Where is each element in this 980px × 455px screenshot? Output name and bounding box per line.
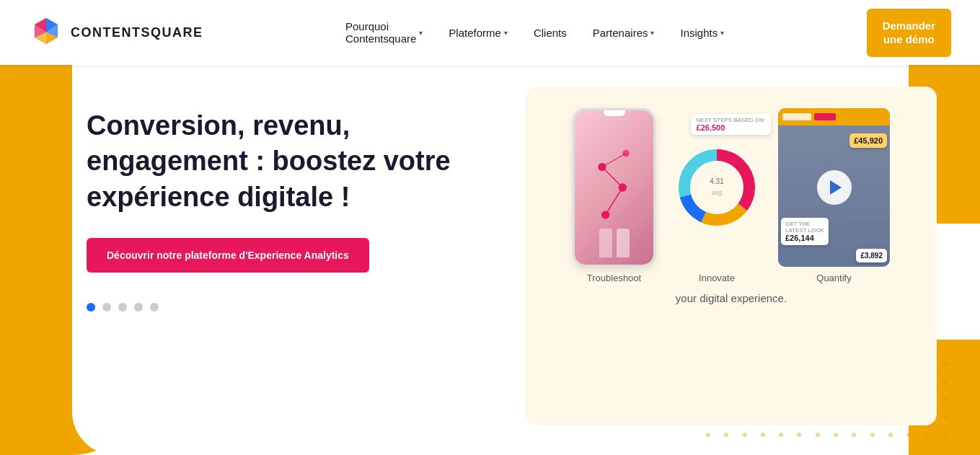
indicator-1[interactable] bbox=[87, 303, 95, 312]
video-mock: GET THE LATEST LOOK £26,144 £45,920 £3,8… bbox=[778, 108, 890, 267]
svg-line-12 bbox=[606, 187, 623, 215]
demo-subtitle: your digital experience. bbox=[676, 292, 787, 304]
indicator-3[interactable] bbox=[118, 303, 127, 312]
svg-text:4.31: 4.31 bbox=[710, 177, 724, 185]
rev-val2: £45,920 bbox=[854, 136, 883, 145]
innovate-label: Innovate bbox=[699, 273, 735, 283]
demo-card: Troubleshoot 4 bbox=[526, 87, 937, 425]
revenue-overlay-2: £45,920 bbox=[849, 133, 887, 148]
nav-partenaires[interactable]: Partenaires ▾ bbox=[583, 21, 665, 45]
nav-clients-label: Clients bbox=[534, 27, 567, 39]
demo-button[interactable]: Demander une démo bbox=[867, 9, 951, 57]
tooltip-value: £26,500 bbox=[697, 123, 765, 132]
donut-svg: 4.31 avg bbox=[677, 148, 756, 227]
figure-silhouettes bbox=[599, 229, 630, 257]
pourquoi-chevron-icon: ▾ bbox=[419, 29, 423, 37]
demo-col-troubleshoot: Troubleshoot bbox=[573, 108, 655, 283]
svg-line-13 bbox=[602, 154, 626, 167]
indicator-5[interactable] bbox=[150, 303, 159, 312]
hero-section: Conversion, revenu, engagement : boostez… bbox=[0, 65, 980, 455]
indicator-4[interactable] bbox=[134, 303, 143, 312]
nav-insights-label: Insights bbox=[680, 27, 718, 39]
demo-col-innovate: 4.31 avg NEXT STEPS BASED ON: £26,500 In… bbox=[670, 108, 764, 283]
video-header-bar bbox=[778, 108, 890, 125]
tooltip-label: NEXT STEPS BASED ON: bbox=[697, 117, 765, 123]
demo-columns: Troubleshoot 4 bbox=[540, 108, 922, 283]
phone-screen bbox=[575, 110, 653, 265]
svg-point-10 bbox=[622, 150, 629, 156]
hero-text: Conversion, revenu, engagement : boostez… bbox=[87, 108, 505, 312]
bar-element bbox=[814, 113, 836, 120]
troubleshoot-label: Troubleshoot bbox=[587, 273, 641, 283]
rev-label: GET THE bbox=[785, 221, 824, 227]
demo-col-quantify: GET THE LATEST LOOK £26,144 £45,920 £3,8… bbox=[778, 108, 890, 283]
hero-title: Conversion, revenu, engagement : boostez… bbox=[87, 108, 505, 215]
phone-mock bbox=[573, 108, 655, 267]
video-revenue-container: GET THE LATEST LOOK £26,144 £45,920 £3,8… bbox=[778, 108, 890, 267]
quantify-label: Quantify bbox=[816, 273, 851, 283]
rev-label2: LATEST LOOK bbox=[785, 227, 824, 234]
nav-partenaires-label: Partenaires bbox=[593, 27, 648, 39]
plateforme-chevron-icon: ▾ bbox=[504, 29, 508, 37]
logo-text: CONTENTSQUARE bbox=[71, 25, 203, 40]
nav-insights[interactable]: Insights ▾ bbox=[670, 21, 734, 45]
nav-plateforme[interactable]: Plateforme ▾ bbox=[438, 21, 518, 45]
insights-chevron-icon: ▾ bbox=[720, 29, 724, 37]
logo-icon bbox=[29, 15, 63, 50]
platform-cta-button[interactable]: Découvrir notre plateforme d'Experience … bbox=[87, 238, 369, 273]
nav-plateforme-label: Plateforme bbox=[449, 27, 501, 39]
indicator-2[interactable] bbox=[102, 303, 111, 312]
nav-pourquoi[interactable]: Pourquoi Contentsquare ▾ bbox=[335, 14, 433, 50]
svg-text:avg: avg bbox=[712, 189, 723, 196]
carousel-indicators bbox=[87, 303, 505, 312]
play-triangle-icon bbox=[830, 180, 842, 195]
rev-val3: £3,892 bbox=[860, 252, 883, 260]
play-button[interactable] bbox=[817, 170, 852, 205]
partenaires-chevron-icon: ▾ bbox=[650, 29, 654, 37]
rev-val1: £26,144 bbox=[785, 234, 824, 242]
donut-chart: 4.31 avg NEXT STEPS BASED ON: £26,500 bbox=[670, 108, 764, 267]
hero-demo-visual: Troubleshoot 4 bbox=[526, 87, 937, 425]
revenue-overlay-1: GET THE LATEST LOOK £26,144 bbox=[781, 218, 829, 245]
main-nav: Pourquoi Contentsquare ▾ Plateforme ▾ Cl… bbox=[335, 14, 734, 50]
bar-element bbox=[782, 113, 811, 120]
nav-clients[interactable]: Clients bbox=[524, 21, 577, 45]
nav-pourquoi-label: Pourquoi Contentsquare bbox=[345, 20, 416, 45]
chart-tooltip: NEXT STEPS BASED ON: £26,500 bbox=[691, 114, 771, 135]
svg-line-11 bbox=[602, 167, 622, 187]
demo-subtitle-text: your digital experience. bbox=[676, 292, 787, 304]
revenue-overlay-3: £3,892 bbox=[856, 249, 887, 262]
header: CONTENTSQUARE Pourquoi Contentsquare ▾ P… bbox=[0, 0, 980, 65]
logo[interactable]: CONTENTSQUARE bbox=[29, 15, 203, 50]
